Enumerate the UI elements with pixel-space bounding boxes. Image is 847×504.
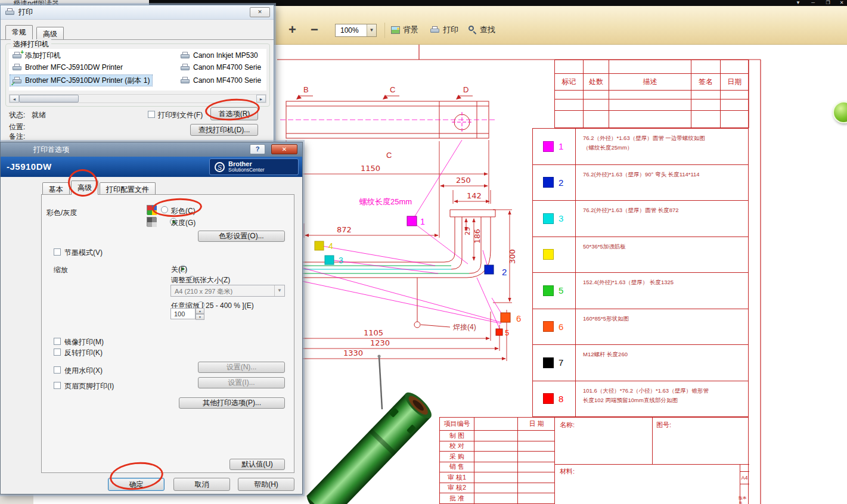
svg-text:1330: 1330 bbox=[343, 349, 363, 357]
scrollbar-thumb[interactable] bbox=[19, 95, 79, 102]
color-radio-label: 彩色(C) bbox=[171, 206, 196, 216]
title-block-row-label: 审 核2 bbox=[440, 483, 474, 494]
section-markers: B C D B C bbox=[293, 85, 473, 160]
svg-text:5: 5 bbox=[505, 328, 509, 337]
scroll-right-icon[interactable]: ► bbox=[256, 95, 266, 102]
ink-save-label: 节墨模式(V) bbox=[64, 248, 103, 258]
plus-icon: + bbox=[288, 22, 296, 38]
svg-text:C: C bbox=[390, 85, 395, 94]
reverse-print-checkbox[interactable] bbox=[54, 349, 61, 356]
menu-chevron-icon[interactable]: ▼ bbox=[793, 0, 803, 6]
group-label: 选择打印机 bbox=[11, 39, 51, 49]
spin-down-icon[interactable]: ▼ bbox=[196, 314, 204, 320]
title-block-header: 日 期 bbox=[518, 418, 555, 431]
part-description: 50*36*5加强筋板 bbox=[576, 237, 748, 273]
cancel-button[interactable]: 取消 bbox=[173, 478, 230, 491]
printer-list-scrollbar[interactable]: ◄ ► bbox=[9, 94, 266, 103]
find-printer-button[interactable]: 查找打印机(D)... bbox=[190, 124, 258, 136]
minimize-icon[interactable]: ─ bbox=[808, 0, 818, 6]
part-number: 2 bbox=[559, 178, 563, 188]
scroll-left-icon[interactable]: ◄ bbox=[10, 95, 19, 102]
title-block-header: 项目编号 bbox=[440, 418, 474, 431]
default-printer-icon: ✓ bbox=[13, 77, 22, 85]
print-button[interactable]: 打印 bbox=[430, 21, 458, 38]
mirror-print-label: 镜像打印(M) bbox=[64, 337, 104, 347]
brother-solutions-center[interactable]: S Brother SolutionsCenter bbox=[209, 158, 299, 175]
color-settings-button[interactable]: 色彩设置(O)... bbox=[198, 231, 285, 242]
header-footer-settings-button[interactable]: 设置(I)... bbox=[198, 377, 285, 388]
part-description: M12螺杆 长度260 bbox=[576, 345, 748, 381]
scale-value-input[interactable]: 100 bbox=[170, 308, 196, 319]
location-label: 位置: bbox=[9, 122, 25, 132]
tab-general[interactable]: 常规 bbox=[5, 25, 33, 39]
printer-icon bbox=[5, 8, 15, 16]
rev-header: 描述 bbox=[609, 74, 691, 91]
chevron-down-icon[interactable]: ▼ bbox=[367, 24, 376, 36]
svg-text:142: 142 bbox=[467, 191, 482, 200]
pipe-rod bbox=[379, 356, 382, 409]
chevron-down-icon[interactable]: ▼ bbox=[274, 285, 284, 296]
help-button[interactable]: 帮助(H) bbox=[238, 478, 294, 491]
zoom-out-button[interactable]: − bbox=[311, 21, 318, 38]
printer-list-item-selected[interactable]: ✓ Brother MFC-J5910DW Printer (副本 1) bbox=[10, 75, 152, 86]
ink-save-checkbox[interactable] bbox=[54, 248, 61, 256]
title-block-row-label: 销 售 bbox=[440, 462, 474, 473]
select-printer-group: 选择打印机 + 添加打印机 Brother MFC-J5910DW Printe… bbox=[5, 43, 270, 107]
part-description: 76.2(外径)*1.63（壁厚）90° 弯头 长度114*114 bbox=[576, 165, 748, 201]
brother-preferences-dialog: 打印首选项 ? ✕ -J5910DW S Brother SolutionsCe… bbox=[0, 142, 303, 494]
zoom-level-dropdown[interactable]: 100% ▼ bbox=[335, 24, 377, 37]
svg-text:4: 4 bbox=[328, 241, 333, 251]
status-label: 状态: bbox=[9, 110, 25, 120]
svg-text:1230: 1230 bbox=[370, 338, 390, 347]
printer-list[interactable]: + 添加打印机 Brother MFC-J5910DW Printer ✓ Br… bbox=[9, 49, 266, 91]
printer-list-item[interactable]: Canon MF4700 Serie bbox=[178, 62, 263, 73]
ok-button[interactable]: 确定 bbox=[108, 478, 165, 491]
parts-row: 7 M12螺杆 长度260 bbox=[533, 345, 748, 381]
close-icon[interactable]: ✕ bbox=[250, 7, 270, 17]
title-block-row-label: 审 核1 bbox=[440, 472, 474, 483]
watermark-settings-button[interactable]: 设置(N)... bbox=[198, 362, 285, 373]
printer-list-item[interactable]: Canon MF4700 Serie bbox=[178, 75, 263, 86]
defaults-button[interactable]: 默认值(U) bbox=[229, 459, 285, 470]
paper-size-select[interactable]: A4 (210 x 297 毫米) ▼ bbox=[170, 285, 285, 297]
title-block-row-label: 制 图 bbox=[440, 431, 474, 441]
title-block-row-label: 采 购 bbox=[440, 452, 474, 462]
title-block: 项目编号 日 期 制 图 校 对 采 购 销 售 审 核1 审 核2 批 准 名… bbox=[439, 417, 749, 504]
background-button[interactable]: 背景 bbox=[391, 21, 418, 38]
tab-advanced[interactable]: 高级 bbox=[36, 27, 64, 39]
spin-up-icon[interactable]: ▲ bbox=[196, 308, 204, 314]
tab-advanced[interactable]: 高级 bbox=[71, 181, 98, 195]
printer-icon bbox=[181, 64, 190, 71]
find-button[interactable]: 查找 bbox=[469, 21, 495, 38]
background-label: 背景 bbox=[403, 24, 418, 35]
scale-value-stepper[interactable]: ▲▼ bbox=[196, 308, 204, 319]
tab-print-profiles[interactable]: 打印配置文件 bbox=[100, 182, 156, 195]
part-number: 6 bbox=[559, 322, 563, 332]
part-description: 101.6（大径）*76.2（小径）*1.63（壁厚）锥形管长度102 两端预留… bbox=[576, 381, 748, 417]
printer-list-item[interactable]: Brother MFC-J5910DW Printer bbox=[10, 62, 125, 73]
brother-header-band: -J5910DW S Brother SolutionsCenter bbox=[1, 157, 302, 177]
tab-basic[interactable]: 基本 bbox=[42, 182, 70, 195]
help-icon[interactable]: ? bbox=[250, 144, 265, 154]
printer-list-item[interactable]: Canon Inkjet MP530 bbox=[178, 50, 260, 61]
maximize-icon[interactable]: ❐ bbox=[823, 0, 833, 6]
other-print-options-button[interactable]: 其他打印选项(P)... bbox=[179, 397, 285, 409]
color-radio[interactable] bbox=[161, 206, 168, 213]
print-to-file-checkbox[interactable] bbox=[148, 111, 155, 118]
parts-row: 6 160*85*5形状如图 bbox=[533, 309, 748, 346]
parts-row: 1 76.2（外径）*1.63（壁厚）圆管 一边带螺纹如图（螺纹长度25mm） bbox=[533, 129, 748, 165]
scale-label: 缩放 bbox=[54, 265, 68, 275]
mirror-print-checkbox[interactable] bbox=[54, 338, 61, 345]
close-icon[interactable]: ✕ bbox=[271, 144, 297, 154]
preferences-button[interactable]: 首选项(R) bbox=[210, 107, 258, 120]
rev-header: 标记 bbox=[555, 74, 584, 91]
watermark-checkbox[interactable] bbox=[54, 366, 61, 374]
print-dialog-titlebar[interactable]: 打印 ✕ bbox=[1, 5, 274, 20]
zoom-in-button[interactable]: + bbox=[288, 21, 296, 38]
header-footer-checkbox[interactable] bbox=[54, 382, 61, 389]
printer-icon bbox=[13, 64, 22, 71]
brother-dialog-titlebar[interactable]: 打印首选项 ? ✕ bbox=[1, 142, 302, 157]
printer-list-item[interactable]: + 添加打印机 bbox=[10, 50, 63, 61]
part-color-swatch bbox=[543, 357, 554, 368]
close-icon[interactable]: ✕ bbox=[836, 0, 847, 6]
